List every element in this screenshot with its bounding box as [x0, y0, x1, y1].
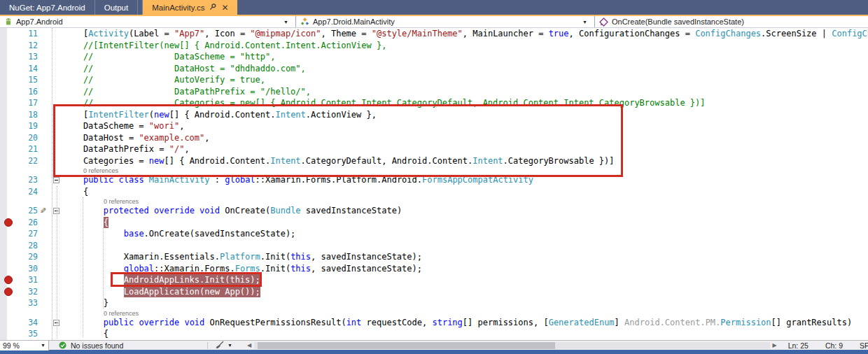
code-line[interactable]: 12 //[IntentFilter(new[] { Android.Conte…: [0, 40, 868, 52]
type-dropdown[interactable]: App7.Droid.MainActivity ▼: [296, 16, 594, 27]
outlining-margin[interactable]: [50, 174, 63, 186]
line-number[interactable]: 34: [20, 317, 39, 329]
codelens-row[interactable]: 0 references: [0, 309, 868, 317]
codelens-text[interactable]: 0 references: [63, 309, 868, 317]
codelens-text[interactable]: 0 references: [63, 167, 868, 174]
codelens-label[interactable]: 0 references: [63, 167, 118, 174]
line-number[interactable]: 21: [20, 143, 39, 155]
code-text[interactable]: [63, 240, 868, 252]
line-number[interactable]: [20, 197, 39, 205]
breakpoint-margin[interactable]: [0, 251, 20, 263]
code-text[interactable]: }: [63, 297, 868, 309]
breakpoint-margin[interactable]: [0, 86, 20, 98]
scrollbar-track[interactable]: [254, 342, 769, 349]
outlining-margin[interactable]: [50, 155, 63, 167]
code-line[interactable]: 35 {: [0, 328, 868, 340]
code-text[interactable]: DataPathPrefix = "/",: [63, 143, 868, 155]
line-number[interactable]: [20, 309, 39, 317]
breakpoint-margin[interactable]: [0, 217, 20, 229]
code-text[interactable]: {: [63, 186, 868, 198]
code-cleanup-button[interactable]: ▼: [215, 341, 244, 351]
breakpoint-margin[interactable]: [0, 167, 20, 174]
breakpoint-icon[interactable]: [4, 276, 13, 284]
tab-nuget-app7-android[interactable]: NuGet: App7.Android: [0, 0, 95, 15]
outlining-margin[interactable]: [50, 228, 63, 240]
code-line[interactable]: 26 {: [0, 217, 868, 229]
code-text[interactable]: //[IntentFilter(new[] { Android.Content.…: [63, 40, 868, 52]
tab-mainactivity[interactable]: MainActivity.cs ✕: [142, 0, 237, 15]
breakpoint-margin[interactable]: [0, 228, 20, 240]
code-line[interactable]: 28: [0, 240, 868, 252]
outlining-margin[interactable]: [50, 132, 63, 144]
line-number[interactable]: 23: [20, 174, 39, 186]
scroll-left-icon[interactable]: ◀: [244, 342, 254, 348]
outlining-margin[interactable]: [50, 63, 63, 75]
code-text[interactable]: // DataPathPrefix = "/hello/",: [63, 86, 868, 98]
code-line[interactable]: 32 LoadApplication(new App());: [0, 286, 868, 298]
line-number[interactable]: 20: [20, 132, 39, 144]
outlining-margin[interactable]: [50, 286, 63, 298]
breakpoint-margin[interactable]: [0, 274, 20, 286]
breakpoint-margin[interactable]: [0, 309, 20, 317]
outlining-margin[interactable]: [50, 51, 63, 63]
scroll-right-icon[interactable]: ▶: [770, 342, 780, 348]
breakpoint-margin[interactable]: [0, 297, 20, 309]
line-number[interactable]: 26: [20, 217, 39, 229]
line-number[interactable]: [20, 167, 39, 174]
breakpoint-margin[interactable]: [0, 286, 20, 298]
code-line[interactable]: 14 // DataHost = "dhdhaddo.com",: [0, 63, 868, 75]
breakpoint-margin[interactable]: [0, 186, 20, 198]
code-line[interactable]: 25✎ protected override void OnCreate(Bun…: [0, 205, 868, 217]
outlining-margin[interactable]: [50, 251, 63, 263]
codelens-text[interactable]: 0 references: [63, 197, 868, 205]
codelens-label[interactable]: 0 references: [63, 198, 139, 205]
collapse-icon[interactable]: [53, 320, 59, 326]
breakpoint-margin[interactable]: [0, 63, 20, 75]
document-health-indicator[interactable]: No issues found: [49, 341, 167, 350]
code-text[interactable]: {: [63, 328, 868, 340]
member-dropdown[interactable]: OnCreate(Bundle savedInstanceState): [595, 16, 868, 27]
code-line[interactable]: 27 base.OnCreate(savedInstanceState);: [0, 228, 868, 240]
code-line[interactable]: 29 Xamarin.Essentials.Platform.Init(this…: [0, 251, 868, 263]
line-number[interactable]: 16: [20, 86, 39, 98]
code-text[interactable]: LoadApplication(new App());: [63, 286, 868, 298]
code-text[interactable]: // DataScheme = "http",: [63, 51, 868, 63]
breakpoint-icon[interactable]: [4, 218, 13, 227]
collapse-icon[interactable]: [53, 177, 59, 183]
breakpoint-margin[interactable]: [0, 74, 20, 86]
code-line[interactable]: 23 public class MainActivity : global::X…: [0, 174, 868, 186]
line-number[interactable]: 28: [20, 240, 39, 252]
tab-output[interactable]: Output: [95, 0, 139, 15]
outlining-margin[interactable]: [50, 28, 63, 40]
code-text[interactable]: DataHost = "example.com",: [63, 132, 868, 144]
code-line[interactable]: 33 }: [0, 297, 868, 309]
line-number[interactable]: 29: [20, 251, 39, 263]
outlining-margin[interactable]: [50, 97, 63, 109]
outlining-margin[interactable]: [50, 186, 63, 198]
code-text[interactable]: protected override void OnCreate(Bundle …: [63, 205, 868, 217]
line-number[interactable]: 12: [20, 40, 39, 52]
project-dropdown[interactable]: App7.Android ▼: [0, 16, 295, 27]
collapse-icon[interactable]: [53, 208, 59, 214]
breakpoint-margin[interactable]: [0, 205, 20, 217]
outlining-margin[interactable]: [50, 328, 63, 340]
code-line[interactable]: 34 public override void OnRequestPermiss…: [0, 317, 868, 329]
line-number[interactable]: 22: [20, 155, 39, 167]
line-number[interactable]: 31: [20, 274, 39, 286]
breakpoint-margin[interactable]: [0, 155, 20, 167]
outlining-margin[interactable]: [50, 309, 63, 317]
code-editor[interactable]: 11 [Activity(Label = "App7", Icon = "@mi…: [0, 28, 868, 340]
code-line[interactable]: 22 Categories = new[] { Android.Content.…: [0, 155, 868, 167]
line-number[interactable]: 13: [20, 51, 39, 63]
code-text[interactable]: // AutoVerify = true,: [63, 74, 868, 86]
code-line[interactable]: 17 // Categories = new[] { Android.Conte…: [0, 97, 868, 109]
breakpoint-margin[interactable]: [0, 28, 20, 40]
pin-icon[interactable]: [209, 3, 216, 11]
line-number[interactable]: 30: [20, 263, 39, 275]
code-line[interactable]: 11 [Activity(Label = "App7", Icon = "@mi…: [0, 28, 868, 40]
code-line[interactable]: 30 global::Xamarin.Forms.Forms.Init(this…: [0, 263, 868, 275]
breakpoint-margin[interactable]: [0, 40, 20, 52]
breakpoint-margin[interactable]: [0, 120, 20, 132]
line-number[interactable]: 25: [20, 205, 39, 217]
line-number[interactable]: 15: [20, 74, 39, 86]
